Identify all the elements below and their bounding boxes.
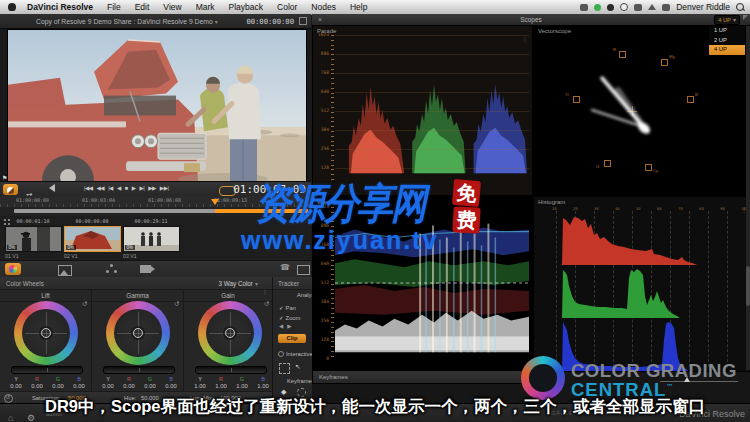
menu-edit[interactable]: Edit xyxy=(128,2,157,12)
clip-button[interactable]: Clip xyxy=(278,334,306,343)
stop-button[interactable]: ■ xyxy=(125,185,128,191)
lift-wheel-handle[interactable] xyxy=(41,328,51,338)
parade-scope[interactable]: Parade 1023 896 768 640 512 384 256 128 xyxy=(312,25,533,196)
color-wheels-panel: Color Wheels 3 Way Color Lift Gamma Gain… xyxy=(0,277,272,403)
project-title-dropdown[interactable]: Copy of Resolve 9 Demo Share : DaVinci R… xyxy=(36,18,218,25)
layout-option-1up[interactable]: 1 UP xyxy=(709,26,745,36)
nodes-icon[interactable] xyxy=(106,264,117,275)
clip-thumbnail-1[interactable]: 0% xyxy=(5,226,62,252)
keyframe-circle-icon[interactable] xyxy=(297,388,306,397)
gamma-value: 0.00 xyxy=(140,383,160,389)
user-menu[interactable]: Denver Riddle xyxy=(676,2,730,12)
stills-icon[interactable] xyxy=(58,265,72,276)
marquee-icon[interactable] xyxy=(279,363,290,374)
color-wheels-tool-icon[interactable] xyxy=(5,263,21,275)
menu-nodes[interactable]: Nodes xyxy=(304,2,343,12)
clip-thumbnail-3[interactable]: 0% xyxy=(123,226,180,252)
track-bar[interactable] xyxy=(14,209,308,213)
step-back-button[interactable]: |◀ xyxy=(108,185,113,191)
step-forward-button[interactable]: ▶| xyxy=(139,185,144,191)
gain-wheel[interactable] xyxy=(198,301,262,365)
keyframes-menu-icon[interactable] xyxy=(522,373,528,380)
menu-file[interactable]: File xyxy=(100,2,128,12)
channel-label: B xyxy=(161,376,181,382)
flag-icon[interactable]: ⚑ xyxy=(2,174,7,181)
saturation-value[interactable]: 50.000 xyxy=(68,395,86,401)
histogram-scope[interactable]: Histogram 1020 3040 5060 7080 90100 xyxy=(533,196,750,372)
display-icon[interactable] xyxy=(634,4,642,11)
zoom-slider[interactable] xyxy=(660,381,738,382)
app-status-icon[interactable] xyxy=(607,4,614,11)
gain-master-slider[interactable] xyxy=(195,366,267,374)
waveform-scope[interactable]: Waveform 1023 896 768 640 512 384 256 12… xyxy=(312,196,533,372)
histogram-menu-icon[interactable] xyxy=(741,198,747,216)
monitor-icon[interactable] xyxy=(297,265,310,275)
detach-icon[interactable] xyxy=(743,15,748,20)
menu-mark[interactable]: Mark xyxy=(189,2,222,12)
gamma-value: 0.00 xyxy=(161,383,181,389)
play-button[interactable]: ▶ xyxy=(132,185,136,191)
apple-icon[interactable] xyxy=(8,3,16,11)
wipe-icon[interactable] xyxy=(3,184,18,195)
window-icon[interactable] xyxy=(662,4,670,11)
layout-option-2up[interactable]: 2 UP xyxy=(709,36,745,46)
vectorscope-target-box xyxy=(661,59,668,66)
axis-label: 0 xyxy=(314,356,329,361)
clock-icon[interactable] xyxy=(620,3,628,11)
scope-layout-dropdown[interactable]: 4 UP xyxy=(714,15,740,25)
menu-help[interactable]: Help xyxy=(343,2,374,12)
dropbox-icon[interactable] xyxy=(594,4,601,11)
lum-mix-value[interactable]: 100.000 xyxy=(220,395,241,401)
keyframes-bar[interactable]: Keyframes xyxy=(312,370,533,384)
pan-checkbox[interactable]: Pan xyxy=(279,305,296,311)
menu-color[interactable]: Color xyxy=(270,2,304,12)
keyframe-diamond-icon[interactable]: ◆ xyxy=(281,388,286,396)
gain-reset-icon[interactable] xyxy=(264,292,269,310)
spotlight-search-icon[interactable] xyxy=(736,3,744,11)
hue-value[interactable]: 50.000 xyxy=(141,395,159,401)
analyze-label[interactable]: Analyze xyxy=(297,292,312,298)
gain-value: 1.00 xyxy=(253,383,273,389)
fast-rewind-button[interactable]: ◀◀ xyxy=(97,185,105,191)
jump-end-button[interactable]: ▶▶| xyxy=(160,185,169,191)
interactive-option[interactable]: Interactive xyxy=(278,351,312,357)
layout-option-4up[interactable]: 4 UP xyxy=(709,45,745,55)
handset-icon[interactable]: ☎ xyxy=(280,263,290,272)
camera-raw-icon[interactable] xyxy=(140,265,151,273)
mode-dropdown[interactable]: 3 Way Color xyxy=(219,280,258,287)
gamma-master-slider[interactable] xyxy=(103,366,175,374)
jump-start-button[interactable]: |◀◀ xyxy=(84,185,93,191)
gain-wheel-handle[interactable] xyxy=(225,328,235,338)
saturation-label: Saturation: xyxy=(32,395,60,401)
zoom-checkbox[interactable]: Zoom xyxy=(279,315,300,321)
radio-icon[interactable] xyxy=(278,351,284,357)
lum-mix-label: Lum Mix: xyxy=(190,395,214,401)
gallery-label[interactable]: GALLERY xyxy=(551,410,583,416)
home-icon[interactable] xyxy=(8,407,13,422)
camera-icon[interactable] xyxy=(580,4,588,11)
lift-master-slider[interactable] xyxy=(11,366,83,374)
menu-app-name[interactable]: DaVinci Resolve xyxy=(20,2,100,12)
gamma-reset-icon[interactable] xyxy=(174,292,179,310)
menu-view[interactable]: View xyxy=(156,2,188,12)
fast-forward-button[interactable]: ▶▶ xyxy=(148,185,156,191)
viewer-image[interactable] xyxy=(7,29,307,182)
cursor-icon[interactable]: ↖ xyxy=(295,363,301,371)
lift-wheel[interactable] xyxy=(14,301,78,365)
lift-reset-icon[interactable] xyxy=(82,292,87,310)
parade-menu-icon[interactable] xyxy=(522,27,528,45)
menu-playback[interactable]: Playback xyxy=(222,2,271,12)
frame-step-arrows[interactable]: ◀▶ xyxy=(279,323,295,329)
play-reverse-button[interactable]: ◀ xyxy=(117,185,121,191)
gear-icon[interactable] xyxy=(27,407,35,422)
axis-label: 128 xyxy=(314,337,329,342)
gamma-wheel[interactable] xyxy=(106,301,170,365)
gamma-wheel-handle[interactable] xyxy=(133,328,143,338)
reset-all-icon[interactable] xyxy=(4,394,13,403)
target-label: B xyxy=(695,92,698,97)
clip-thumbnail-2-selected[interactable]: 0% xyxy=(64,226,121,252)
fullscreen-icon[interactable] xyxy=(299,17,307,25)
zoom-slider-handle[interactable] xyxy=(684,377,690,382)
ruler-tc: 01:00:06:08 xyxy=(148,197,181,203)
volume-icon[interactable] xyxy=(648,4,656,10)
